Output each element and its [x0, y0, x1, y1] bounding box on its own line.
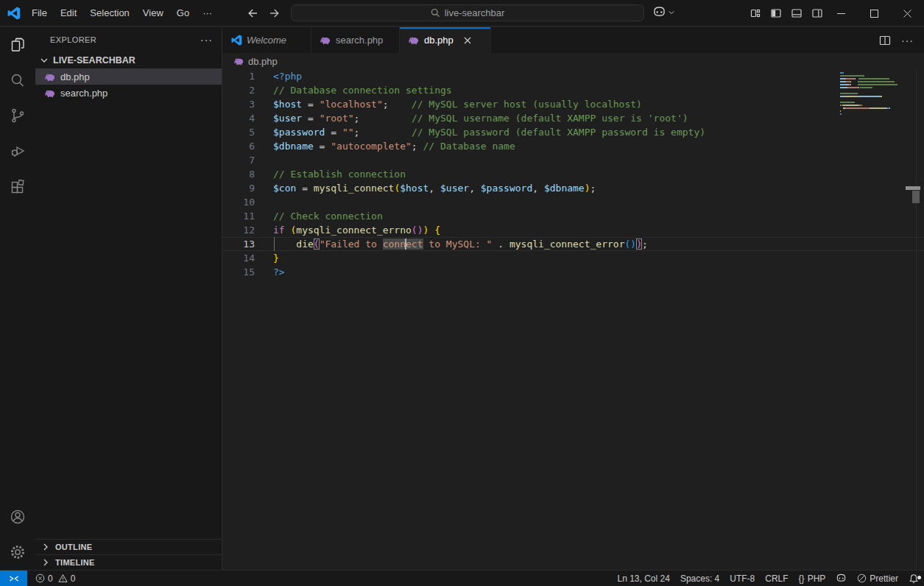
code-line[interactable]: 6$dbname = "autocomplete"; // Database n… — [222, 139, 924, 153]
settings-gear-icon[interactable] — [0, 534, 35, 570]
run-debug-icon[interactable] — [0, 133, 35, 169]
code-line[interactable]: 4$user = "root"; // MySQL username (defa… — [222, 111, 924, 125]
line-content: $user = "root"; // MySQL username (defau… — [273, 111, 688, 125]
more-actions-icon[interactable]: ··· — [901, 35, 914, 46]
code-line[interactable]: 9$con = mysqli_connect($host, $user, $pa… — [222, 181, 924, 195]
breadcrumb[interactable]: db.php — [222, 53, 924, 69]
search-sidebar-icon[interactable] — [0, 63, 35, 98]
code-line[interactable]: 13 die("Failed to connect to MySQL: " . … — [222, 237, 924, 251]
indentation-setting[interactable]: Spaces: 4 — [675, 573, 724, 584]
code-line[interactable]: 2// Database connection settings — [222, 83, 924, 97]
editor-group: Welcome search.php — [222, 27, 924, 570]
source-control-icon[interactable] — [0, 98, 35, 133]
code-line[interactable]: 14} — [222, 251, 924, 265]
explorer-icon[interactable] — [0, 27, 35, 63]
line-content: if (mysqli_connect_errno()) { — [273, 223, 440, 237]
menu-more[interactable]: ··· — [196, 4, 219, 22]
line-number: 11 — [222, 209, 255, 223]
tab-search-php[interactable]: search.php — [311, 27, 400, 53]
errors-count: 0 — [48, 573, 53, 584]
code-editor[interactable]: 1<?php2// Database connection settings3$… — [222, 69, 924, 570]
php-file-icon — [409, 35, 420, 45]
code-line[interactable]: 7 — [222, 153, 924, 167]
code-line[interactable]: 3$host = "localhost"; // MySQL server ho… — [222, 97, 924, 111]
menu-bar: File Edit Selection View Go ··· — [25, 0, 219, 27]
menu-file[interactable]: File — [25, 4, 54, 22]
activity-bar — [0, 27, 35, 570]
menu-view[interactable]: View — [136, 4, 170, 22]
circle-slash-icon — [857, 573, 867, 583]
line-number: 12 — [222, 223, 255, 237]
line-content: $host = "localhost"; // MySQL server hos… — [273, 97, 642, 111]
overview-ruler-selection-marker — [912, 191, 920, 203]
scrollbar-divider — [916, 69, 917, 570]
code-line[interactable]: 12if (mysqli_connect_errno()) { — [222, 223, 924, 237]
menu-selection[interactable]: Selection — [83, 4, 135, 22]
minimap[interactable] — [840, 71, 900, 116]
code-line[interactable]: 10 — [222, 195, 924, 209]
line-number: 6 — [222, 139, 255, 153]
menu-go[interactable]: Go — [170, 4, 196, 22]
php-file-icon — [45, 88, 56, 98]
tab-label: Welcome — [247, 35, 286, 46]
code-line[interactable]: 1<?php — [222, 69, 924, 83]
split-editor-icon[interactable] — [879, 35, 891, 46]
code-lines: 1<?php2// Database connection settings3$… — [222, 69, 924, 279]
tab-db-php[interactable]: db.php — [400, 27, 491, 53]
line-number: 5 — [222, 125, 255, 139]
language-mode[interactable]: {} PHP — [794, 573, 831, 584]
line-number: 14 — [222, 251, 255, 265]
folder-live-searchbar[interactable]: LIVE-SEARCHBAR — [35, 52, 222, 68]
php-file-icon — [320, 35, 331, 45]
cursor-position[interactable]: Ln 13, Col 24 — [613, 573, 675, 584]
code-line[interactable]: 15?> — [222, 265, 924, 279]
copilot-menu[interactable] — [652, 5, 675, 19]
close-window-icon[interactable] — [891, 0, 924, 27]
code-line[interactable]: 5$password = ""; // MySQL password (defa… — [222, 125, 924, 139]
file-db-php[interactable]: db.php — [35, 68, 222, 85]
minimize-icon[interactable] — [825, 0, 858, 27]
extensions-icon[interactable] — [0, 169, 35, 204]
eol-setting[interactable]: CRLF — [760, 573, 793, 584]
breadcrumb-item[interactable]: db.php — [248, 56, 278, 67]
maximize-icon[interactable] — [858, 0, 891, 27]
copilot-icon — [836, 573, 847, 584]
sidebar-sections: OUTLINE TIMELINE — [35, 539, 222, 570]
forward-arrow-icon[interactable] — [269, 7, 281, 19]
editor-actions: ··· — [879, 27, 924, 53]
toggle-primary-sidebar-icon[interactable] — [766, 0, 786, 27]
chevron-down-icon — [38, 54, 50, 66]
indent-guide — [274, 237, 275, 251]
chevron-right-icon — [40, 557, 52, 568]
code-line[interactable]: 11// Check connection — [222, 209, 924, 223]
command-center-search[interactable]: live-searchbar — [291, 4, 644, 21]
back-arrow-icon[interactable] — [247, 7, 258, 19]
tab-welcome[interactable]: Welcome — [222, 27, 311, 53]
formatter-status[interactable]: Prettier — [852, 573, 903, 584]
file-search-php[interactable]: search.php — [35, 85, 222, 101]
timeline-section[interactable]: TIMELINE — [35, 554, 222, 570]
copilot-status[interactable] — [830, 573, 852, 584]
customize-layout-icon[interactable] — [745, 0, 766, 27]
php-file-icon — [45, 72, 56, 82]
outline-label: OUTLINE — [55, 543, 92, 551]
timeline-label: TIMELINE — [55, 558, 95, 567]
problems-indicator[interactable]: 0 0 — [30, 573, 80, 584]
title-bar: File Edit Selection View Go ··· live-sea… — [0, 0, 924, 27]
line-number: 15 — [222, 265, 255, 279]
accounts-icon[interactable] — [0, 499, 35, 534]
close-tab-icon[interactable] — [464, 37, 471, 44]
toggle-panel-icon[interactable] — [786, 0, 807, 27]
tab-label: db.php — [424, 35, 454, 46]
notifications-bell[interactable] — [903, 573, 924, 584]
status-bar: 0 0 Ln 13, Col 24 Spaces: 4 UTF-8 CRLF {… — [0, 570, 924, 586]
explorer-more-actions[interactable]: ··· — [200, 34, 213, 46]
remote-indicator[interactable] — [0, 571, 27, 586]
code-line[interactable]: 8// Establish connection — [222, 167, 924, 181]
encoding-setting[interactable]: UTF-8 — [724, 573, 760, 584]
line-number: 3 — [222, 97, 255, 111]
menu-edit[interactable]: Edit — [54, 4, 83, 22]
warnings-count: 0 — [71, 573, 76, 584]
line-number: 2 — [222, 83, 255, 97]
outline-section[interactable]: OUTLINE — [35, 539, 222, 554]
